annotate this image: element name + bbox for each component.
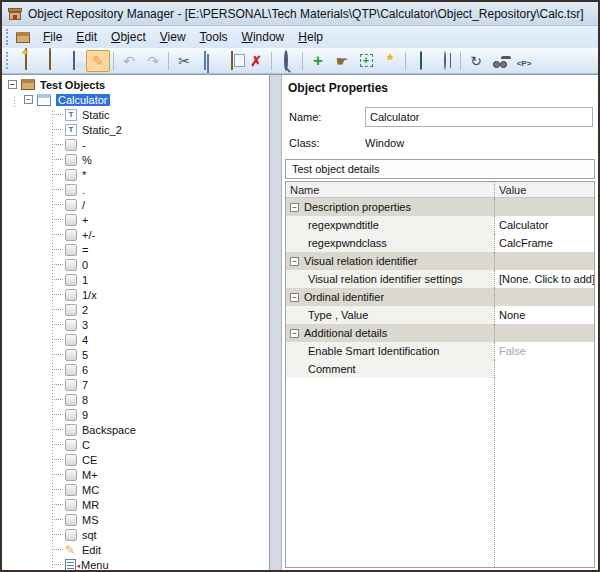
save-button[interactable] bbox=[62, 50, 86, 72]
property-value-cell[interactable]: CalcFrame bbox=[494, 234, 594, 252]
panel-splitter[interactable] bbox=[270, 75, 282, 570]
menu-view[interactable]: View bbox=[153, 28, 193, 46]
delete-button[interactable]: ✗ bbox=[244, 50, 268, 72]
menu-window[interactable]: Window bbox=[235, 28, 292, 46]
property-name-cell: Type , Value bbox=[286, 306, 494, 324]
property-value-cell[interactable]: Calculator bbox=[494, 216, 594, 234]
property-value-cell[interactable]: None bbox=[494, 306, 594, 324]
menubar-grip-handle[interactable] bbox=[6, 29, 11, 44]
tree-node-c[interactable]: C bbox=[2, 437, 269, 452]
property-name-cell[interactable]: −Visual relation identifier bbox=[286, 252, 494, 270]
enable-editing-button[interactable]: ✎ bbox=[86, 50, 110, 72]
parameterize-button[interactable]: <P> bbox=[512, 50, 536, 72]
collapse-icon[interactable]: − bbox=[290, 329, 299, 338]
tree-node--[interactable]: - bbox=[2, 137, 269, 152]
button-object-icon bbox=[65, 499, 77, 511]
tree-node-edit[interactable]: ✎Edit bbox=[2, 542, 269, 557]
menu-help[interactable]: Help bbox=[291, 28, 330, 46]
tree-node-7[interactable]: 7 bbox=[2, 377, 269, 392]
object-name-input[interactable] bbox=[365, 107, 593, 127]
tree-node-1-x[interactable]: 1/x bbox=[2, 287, 269, 302]
tree-node-8[interactable]: 8 bbox=[2, 392, 269, 407]
property-name-label: Description properties bbox=[304, 201, 411, 213]
collapse-icon[interactable]: − bbox=[290, 257, 299, 266]
tree-node-menu[interactable]: Menu bbox=[2, 557, 269, 570]
paste-button[interactable] bbox=[220, 50, 244, 72]
define-new-object-button[interactable]: + bbox=[354, 50, 378, 72]
value-column-header[interactable]: Value bbox=[494, 182, 594, 197]
tree-node-backspace[interactable]: Backspace bbox=[2, 422, 269, 437]
button-object-icon bbox=[65, 154, 77, 166]
tree-node--[interactable]: / bbox=[2, 197, 269, 212]
tree-node-2[interactable]: 2 bbox=[2, 302, 269, 317]
tree-node-static-2[interactable]: TStatic_2 bbox=[2, 122, 269, 137]
copy-icon bbox=[207, 52, 209, 70]
tree-node--[interactable]: +/- bbox=[2, 227, 269, 242]
tree-node--[interactable]: % bbox=[2, 152, 269, 167]
tree-node-4[interactable]: 4 bbox=[2, 332, 269, 347]
tree-connector bbox=[52, 234, 63, 235]
tree-node-9[interactable]: 9 bbox=[2, 407, 269, 422]
locate-in-repository-button[interactable] bbox=[433, 50, 457, 72]
property-name-cell: Comment bbox=[286, 360, 494, 378]
tree-connector bbox=[52, 399, 63, 400]
tree-node-mr[interactable]: MR bbox=[2, 497, 269, 512]
tree-node--[interactable]: * bbox=[2, 167, 269, 182]
tree-node-calculator[interactable]: − Calculator bbox=[2, 92, 269, 107]
collapse-icon[interactable]: − bbox=[290, 203, 299, 212]
property-value-cell[interactable] bbox=[494, 360, 594, 378]
update-from-application-button[interactable]: ↻ bbox=[464, 50, 488, 72]
tree-node-label: 7 bbox=[82, 379, 88, 391]
tree-node--[interactable]: = bbox=[2, 242, 269, 257]
new-repository-button[interactable]: ✦ bbox=[14, 50, 38, 72]
property-value-cell[interactable]: False bbox=[494, 342, 594, 360]
copy-button[interactable] bbox=[196, 50, 220, 72]
highlight-in-application-button[interactable]: * bbox=[378, 50, 402, 72]
button-object-icon bbox=[65, 424, 77, 436]
property-name-cell[interactable]: −Description properties bbox=[286, 198, 494, 216]
menu-tools[interactable]: Tools bbox=[193, 28, 235, 46]
tree-node-label: / bbox=[82, 199, 85, 211]
tree-node-m-[interactable]: M+ bbox=[2, 467, 269, 482]
toolbar-grip-handle[interactable] bbox=[6, 52, 11, 70]
menu-object[interactable]: Object bbox=[104, 28, 153, 46]
find-icon bbox=[286, 52, 288, 70]
property-name-cell[interactable]: −Additional details bbox=[286, 324, 494, 342]
object-spy-button[interactable] bbox=[409, 50, 433, 72]
tree-node-0[interactable]: 0 bbox=[2, 257, 269, 272]
property-name-cell[interactable]: −Ordinal identifier bbox=[286, 288, 494, 306]
tree-node-static[interactable]: TStatic bbox=[2, 107, 269, 122]
menu-edit[interactable]: Edit bbox=[69, 28, 104, 46]
tree-node--[interactable]: + bbox=[2, 212, 269, 227]
add-object-from-screen-button[interactable]: ☛ bbox=[330, 50, 354, 72]
tree-node-6[interactable]: 6 bbox=[2, 362, 269, 377]
tree-node-ce[interactable]: CE bbox=[2, 452, 269, 467]
collapse-icon[interactable]: − bbox=[290, 293, 299, 302]
tree-node--[interactable]: . bbox=[2, 182, 269, 197]
tree-root-test-objects[interactable]: − Test Objects bbox=[2, 77, 269, 92]
tree-node-mc[interactable]: MC bbox=[2, 482, 269, 497]
cut-button[interactable]: ✂ bbox=[172, 50, 196, 72]
collapse-icon[interactable]: − bbox=[24, 95, 33, 104]
property-value-cell[interactable]: [None. Click to add] bbox=[494, 270, 594, 288]
tree-node-sqt[interactable]: sqt bbox=[2, 527, 269, 542]
tree-node-ms[interactable]: MS bbox=[2, 512, 269, 527]
tree-node-5[interactable]: 5 bbox=[2, 347, 269, 362]
collapse-icon[interactable]: − bbox=[8, 80, 17, 89]
button-object-icon bbox=[65, 379, 77, 391]
tree-connector bbox=[52, 549, 63, 550]
toolbar-separator bbox=[405, 52, 406, 70]
add-object-button[interactable]: + bbox=[306, 50, 330, 72]
group-row-description-properties: −Description properties bbox=[286, 198, 594, 216]
property-row-regexpwndclass: regexpwndclassCalcFrame bbox=[286, 234, 594, 252]
name-column-header[interactable]: Name bbox=[286, 182, 494, 197]
tree-node-1[interactable]: 1 bbox=[2, 272, 269, 287]
parameterize-icon: <P> bbox=[517, 52, 532, 70]
spy-button[interactable] bbox=[488, 50, 512, 72]
find-button[interactable] bbox=[275, 50, 299, 72]
menu-file[interactable]: File bbox=[36, 28, 69, 46]
tree-node-label: sqt bbox=[82, 529, 97, 541]
tree-node-3[interactable]: 3 bbox=[2, 317, 269, 332]
open-repository-button[interactable] bbox=[38, 50, 62, 72]
tree-node-label: = bbox=[82, 244, 88, 256]
